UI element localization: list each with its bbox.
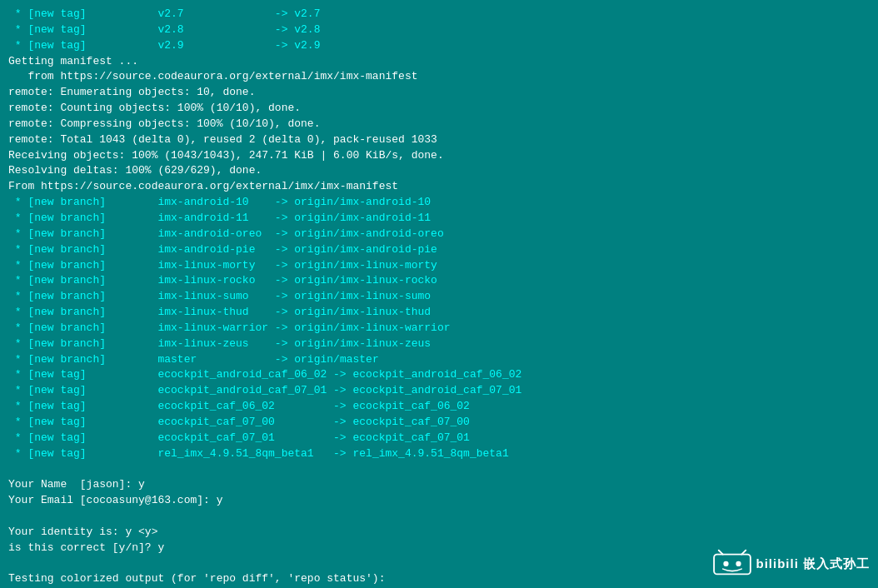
line: * [new branch] master -> origin/master <box>8 352 870 368</box>
line: remote: Counting objects: 100% (10/10), … <box>8 101 870 117</box>
bilibili-text: bilibili 嵌入式孙工 <box>756 556 871 572</box>
line: * [new branch] imx-linux-rocko -> origin… <box>8 273 870 289</box>
line: * [new branch] imx-android-oreo -> origi… <box>8 227 870 242</box>
line: From https://source.codeaurora.org/exter… <box>8 179 870 195</box>
line: * [new branch] imx-android-pie -> origin… <box>8 242 870 258</box>
line: * [new tag] ecockpit_android_caf_07_01 -… <box>8 383 870 399</box>
line: Your Email [cocoasuny@163.com]: y <box>8 493 870 509</box>
line: * [new branch] imx-linux-sumo -> origin/… <box>8 289 870 305</box>
line: * [new branch] imx-linux-thud -> origin/… <box>8 305 870 321</box>
svg-point-4 <box>736 561 741 566</box>
line: remote: Compressing objects: 100% (10/10… <box>8 117 870 132</box>
line: Resolving deltas: 100% (629/629), done. <box>8 163 870 179</box>
line: Getting manifest ... <box>8 54 870 70</box>
line: * [new tag] ecockpit_caf_06_02 -> ecockp… <box>8 399 870 415</box>
line: * [new tag] rel_imx_4.9.51_8qm_beta1 -> … <box>8 446 870 462</box>
line: * [new branch] imx-android-11 -> origin/… <box>8 211 870 227</box>
line: Receiving objects: 100% (1043/1043), 247… <box>8 148 870 164</box>
bilibili-branding: bilibili 嵌入式孙工 <box>711 549 871 580</box>
line: remote: Enumerating objects: 10, done. <box>8 85 870 101</box>
bilibili-icon <box>711 549 753 580</box>
line: * [new branch] imx-linux-zeus -> origin/… <box>8 336 870 352</box>
terminal: * [new tag] v2.7 -> v2.7 * [new tag] v2.… <box>0 0 878 588</box>
line: Your identity is: y <y> <box>8 525 870 541</box>
line: * [new branch] imx-linux-morty -> origin… <box>8 258 870 274</box>
line: * [new tag] ecockpit_caf_07_01 -> ecockp… <box>8 431 870 446</box>
line: * [new tag] ecockpit_caf_07_00 -> ecockp… <box>8 415 870 431</box>
line: * [new tag] v2.9 -> v2.9 <box>8 38 870 54</box>
line <box>8 461 870 477</box>
line: Your Name [jason]: y <box>8 477 870 493</box>
line <box>8 509 870 525</box>
line: * [new tag] ecockpit_android_caf_06_02 -… <box>8 367 870 383</box>
line: * [new tag] v2.8 -> v2.8 <box>8 22 870 38</box>
svg-point-3 <box>723 561 728 566</box>
line: * [new tag] v2.7 -> v2.7 <box>8 7 870 22</box>
line: * [new branch] imx-linux-warrior -> orig… <box>8 321 870 336</box>
line: from https://source.codeaurora.org/exter… <box>8 69 870 85</box>
line: remote: Total 1043 (delta 0), reused 2 (… <box>8 132 870 148</box>
line: * [new branch] imx-android-10 -> origin/… <box>8 195 870 211</box>
